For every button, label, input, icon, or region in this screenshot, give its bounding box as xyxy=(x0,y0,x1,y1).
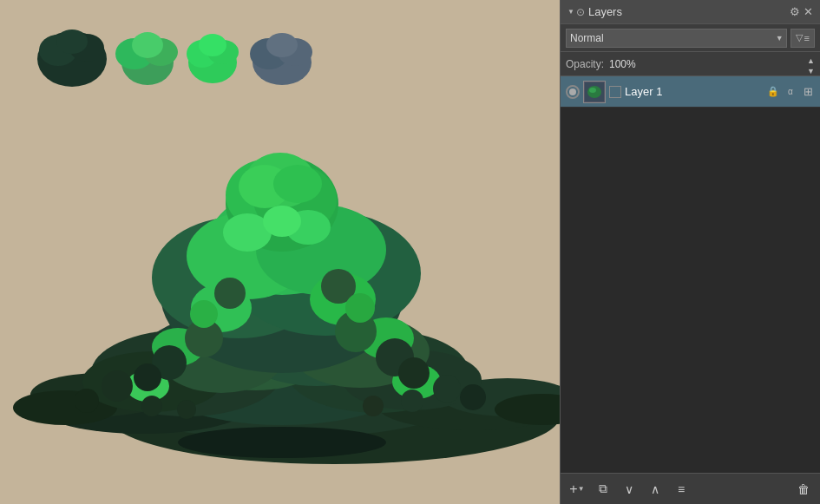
layer-item[interactable]: Layer 1 🔒 α ⊞ xyxy=(561,76,820,108)
svg-point-76 xyxy=(589,88,596,93)
add-layer-icon: + xyxy=(569,481,577,497)
collapse-icon[interactable]: ▼ xyxy=(567,8,574,16)
opacity-label: Opacity: xyxy=(566,58,604,70)
svg-point-65 xyxy=(134,363,161,391)
opacity-row: Opacity: 100% ▲ ▼ xyxy=(561,52,820,76)
canvas-svg xyxy=(0,0,560,504)
svg-point-54 xyxy=(263,206,301,237)
move-up-icon: ∧ xyxy=(651,482,659,496)
filter-icon: ▽ xyxy=(796,32,803,43)
layer-list: Layer 1 🔒 α ⊞ xyxy=(561,76,820,473)
svg-point-4 xyxy=(56,29,88,54)
move-layer-up-button[interactable]: ∧ xyxy=(646,480,665,499)
layers-icon: ⊙ xyxy=(576,6,585,18)
layer-visibility-toggle[interactable] xyxy=(566,85,580,99)
opacity-increase-icon[interactable]: ▲ xyxy=(807,56,815,66)
layers-toolbar: + ▼ ⧉ ∨ ∧ ≡ 🗑 xyxy=(561,473,820,504)
svg-point-59 xyxy=(141,396,162,416)
add-layer-button[interactable]: + ▼ xyxy=(567,480,587,499)
layer-thumbnail xyxy=(583,81,606,103)
layer-actions: 🔒 α ⊞ xyxy=(766,85,815,99)
layers-title: Layers xyxy=(588,5,790,18)
blend-mode-select[interactable]: Normal Multiply Screen Overlay Darken Li… xyxy=(566,29,787,48)
layer-properties-button[interactable]: ≡ xyxy=(672,480,691,499)
svg-point-12 xyxy=(199,34,226,56)
svg-point-55 xyxy=(102,370,133,402)
move-layer-down-button[interactable]: ∨ xyxy=(620,480,639,499)
delete-layer-button[interactable]: 🗑 xyxy=(794,480,813,499)
filter-settings-icon: ≡ xyxy=(804,33,810,43)
svg-point-66 xyxy=(398,357,430,389)
panel-settings-icon[interactable]: ⚙ xyxy=(790,5,800,18)
layer-alpha-icon[interactable]: α xyxy=(784,85,797,99)
filter-button[interactable]: ▽ ≡ xyxy=(790,29,815,48)
svg-point-72 xyxy=(345,293,375,323)
opacity-decrease-icon[interactable]: ▼ xyxy=(807,66,815,76)
panel-close-icon[interactable]: ✕ xyxy=(804,5,813,18)
svg-point-69 xyxy=(214,278,246,309)
blend-mode-row: Normal Multiply Screen Overlay Darken Li… xyxy=(561,24,820,52)
delete-icon: 🗑 xyxy=(797,482,810,496)
svg-point-58 xyxy=(460,384,486,410)
layers-panel-header: ▼ ⊙ Layers ⚙ ✕ xyxy=(561,0,820,24)
layer-lock-icon[interactable]: 🔒 xyxy=(766,85,780,99)
opacity-spinner[interactable]: ▲ ▼ xyxy=(807,56,815,73)
layers-panel: ▼ ⊙ Layers ⚙ ✕ Normal Multiply Screen Ov… xyxy=(560,0,820,504)
canvas-area[interactable] xyxy=(0,0,560,504)
svg-point-61 xyxy=(177,400,196,419)
layer-checkbox[interactable] xyxy=(609,86,621,98)
svg-point-45 xyxy=(273,165,322,203)
add-layer-caret: ▼ xyxy=(578,485,585,493)
svg-point-16 xyxy=(266,33,298,57)
layer-more-icon[interactable]: ⊞ xyxy=(801,85,815,99)
svg-point-73 xyxy=(178,427,386,458)
svg-point-71 xyxy=(190,300,218,328)
svg-point-60 xyxy=(401,389,423,412)
blend-mode-select-wrapper[interactable]: Normal Multiply Screen Overlay Darken Li… xyxy=(566,29,787,48)
svg-point-62 xyxy=(363,396,384,416)
svg-point-57 xyxy=(75,389,99,413)
svg-point-56 xyxy=(433,375,461,403)
duplicate-layer-button[interactable]: ⧉ xyxy=(594,480,613,499)
duplicate-icon: ⧉ xyxy=(599,481,607,496)
opacity-value: 100% xyxy=(609,58,807,70)
move-down-icon: ∨ xyxy=(625,482,633,496)
properties-icon: ≡ xyxy=(678,482,685,496)
svg-point-8 xyxy=(132,32,163,58)
layer-name: Layer 1 xyxy=(625,85,763,98)
